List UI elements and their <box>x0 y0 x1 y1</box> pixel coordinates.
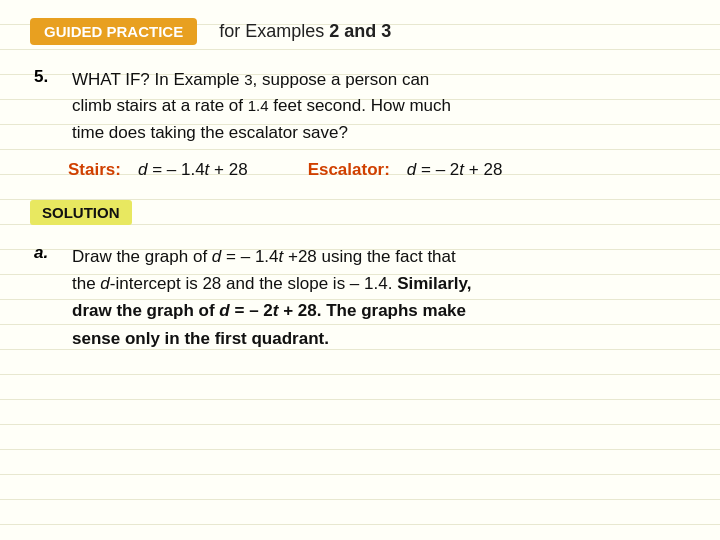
stairs-label: Stairs: <box>68 160 121 179</box>
header-title: for Examples 2 and 3 <box>219 21 391 42</box>
escalator-formula: d = – 2t + 28 <box>407 160 503 179</box>
answer-label: a. <box>34 243 62 352</box>
problem-section: 5. WHAT IF? In Example 3, suppose a pers… <box>30 67 690 146</box>
guided-practice-badge: GUIDED PRACTICE <box>30 18 197 45</box>
header-title-prefix: for Examples <box>219 21 329 41</box>
problem-number: 5. <box>34 67 62 146</box>
escalator-label: Escalator: <box>308 160 390 179</box>
header-title-nums: 2 and 3 <box>329 21 391 41</box>
problem-line1: WHAT IF? In Example 3, suppose a person … <box>72 70 451 142</box>
equations-row: Stairs: d = – 1.4t + 28 Escalator: d = –… <box>68 160 690 180</box>
answer-section: a. Draw the graph of d = – 1.4t +28 usin… <box>30 243 690 352</box>
solution-badge: SOLUTION <box>30 200 132 225</box>
problem-text: WHAT IF? In Example 3, suppose a person … <box>72 67 451 146</box>
solution-badge-wrapper: SOLUTION <box>30 200 690 243</box>
page: GUIDED PRACTICE for Examples 2 and 3 5. … <box>0 0 720 370</box>
stairs-group: Stairs: d = – 1.4t + 28 <box>68 160 248 180</box>
escalator-group: Escalator: d = – 2t + 28 <box>308 160 503 180</box>
header-row: GUIDED PRACTICE for Examples 2 and 3 <box>30 18 690 45</box>
answer-text: Draw the graph of d = – 1.4t +28 using t… <box>72 243 471 352</box>
stairs-formula: d = – 1.4t + 28 <box>138 160 248 179</box>
